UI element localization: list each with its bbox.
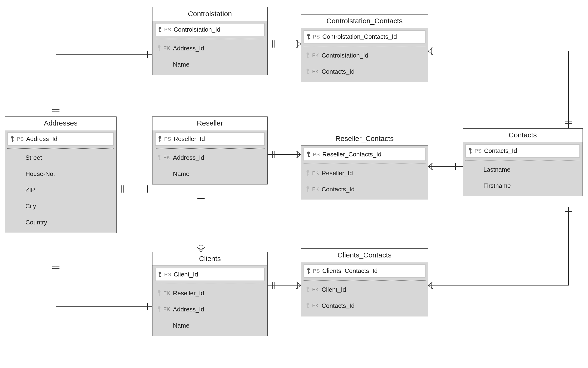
key-icon <box>157 154 161 161</box>
column-row: FKControlstation_Id <box>304 47 426 64</box>
column-row: FKReseller_Id <box>304 165 426 181</box>
column-label: Street <box>26 154 112 161</box>
entity-contacts: Contacts PSContacts_IdLastnameFirstname <box>463 128 583 196</box>
column-row: Name <box>155 56 265 73</box>
key-icon <box>157 306 161 313</box>
column-label: Country <box>26 219 112 226</box>
key-tag: FK <box>312 52 319 58</box>
entity-body: PSClient_Id FKReseller_Id FKAddress_IdNa… <box>152 266 267 336</box>
column-label: Client_Id <box>174 271 262 278</box>
primary-key-row: PSControlstation_Contacts_Id <box>304 30 426 44</box>
column-row: Street <box>7 149 114 166</box>
key-tag: PS <box>313 151 320 158</box>
column-label: Contacts_Id <box>322 302 423 310</box>
column-label: Address_Id <box>173 154 263 161</box>
key-tag: PS <box>164 271 171 278</box>
entity-title: Clients <box>152 252 267 266</box>
key-tag: FK <box>312 170 319 176</box>
entity-title: Reseller_Contacts <box>301 132 428 146</box>
svg-point-7 <box>307 34 310 36</box>
column-row: Name <box>155 317 265 333</box>
pk-separator <box>304 164 426 164</box>
column-row: FKReseller_Id <box>155 285 265 301</box>
entity-controlstation: Controlstation PSControlstation_Id FKAdd… <box>152 7 268 75</box>
key-icon <box>157 45 161 52</box>
column-row: FKContacts_Id <box>304 181 426 197</box>
entity-clients: Clients PSClient_Id FKReseller_Id FKAddr… <box>152 252 268 336</box>
svg-point-16 <box>11 136 14 138</box>
key-tag: PS <box>164 136 171 142</box>
key-tag: PS <box>313 268 320 274</box>
key-tag: PS <box>164 27 171 33</box>
column-label: Contacts_Id <box>322 186 423 193</box>
column-label: Lastname <box>483 166 578 173</box>
pk-separator <box>304 46 426 46</box>
svg-rect-36 <box>470 152 471 153</box>
svg-rect-21 <box>159 140 161 141</box>
key-icon <box>158 271 162 278</box>
svg-rect-24 <box>159 159 160 160</box>
svg-rect-33 <box>307 191 309 191</box>
svg-rect-9 <box>308 38 310 39</box>
column-label: Name <box>173 170 263 178</box>
svg-rect-39 <box>159 276 161 277</box>
key-tag: FK <box>312 286 319 293</box>
key-icon <box>306 170 310 176</box>
key-icon <box>468 148 472 154</box>
entity-body: PSControlstation_Contacts_Id FKControlst… <box>301 28 428 82</box>
column-row: FKAddress_Id <box>155 301 265 317</box>
primary-key-row: PSAddress_Id <box>7 132 114 146</box>
column-row: FKAddress_Id <box>155 40 265 56</box>
entity-body: PSAddress_IdStreetHouse-No.ZIPCityCountr… <box>5 130 116 233</box>
column-label: Client_Id <box>322 286 423 293</box>
pk-separator <box>7 148 114 148</box>
column-row: FKContacts_Id <box>304 298 426 314</box>
svg-rect-54 <box>307 307 309 308</box>
column-row: Country <box>7 214 114 230</box>
svg-point-37 <box>159 271 161 274</box>
column-row: Firstname <box>465 178 580 194</box>
key-tag: FK <box>312 186 319 192</box>
key-tag: FK <box>163 290 170 296</box>
svg-rect-15 <box>307 73 309 74</box>
column-label: Reseller_Id <box>173 290 263 297</box>
key-tag: PS <box>17 136 24 142</box>
primary-key-row: PSControlstation_Id <box>155 23 265 36</box>
column-row: FKContacts_Id <box>304 64 426 80</box>
key-icon <box>307 34 310 40</box>
entity-body: PSContacts_IdLastnameFirstname <box>463 142 583 196</box>
svg-rect-51 <box>307 291 309 292</box>
entity-reseller: Reseller PSReseller_Id FKAddress_IdName <box>152 117 268 184</box>
svg-point-43 <box>158 306 160 309</box>
entity-title: Controlstation_Contacts <box>301 15 428 28</box>
column-label: Contacts_Id <box>322 68 423 75</box>
pk-separator <box>155 148 265 148</box>
primary-key-row: PSClient_Id <box>155 268 265 281</box>
entity-controlstation_contacts: Controlstation_Contacts PSControlstation… <box>301 14 428 82</box>
svg-rect-3 <box>159 31 161 32</box>
entity-title: Contacts <box>463 129 583 142</box>
key-icon <box>306 52 310 59</box>
key-icon <box>306 186 310 193</box>
column-label: Address_Id <box>26 135 111 143</box>
key-tag: FK <box>312 68 319 75</box>
svg-point-52 <box>307 303 309 305</box>
column-label: Controlstation_Id <box>174 26 262 33</box>
key-icon <box>306 68 310 75</box>
entity-title: Addresses <box>5 117 116 130</box>
column-label: City <box>26 202 112 210</box>
primary-key-row: PSReseller_Contacts_Id <box>304 148 426 161</box>
entity-title: Clients_Contacts <box>301 249 428 262</box>
svg-point-19 <box>159 136 161 138</box>
svg-point-22 <box>158 155 160 157</box>
svg-point-25 <box>307 151 310 154</box>
column-row: ZIP <box>7 182 114 198</box>
key-icon <box>158 26 162 33</box>
key-tag: PS <box>475 148 482 154</box>
svg-rect-48 <box>308 272 310 273</box>
svg-point-46 <box>307 268 310 271</box>
key-icon <box>307 268 310 274</box>
key-tag: PS <box>313 34 320 40</box>
primary-key-row: PSContacts_Id <box>465 144 580 158</box>
svg-point-0 <box>199 245 203 249</box>
